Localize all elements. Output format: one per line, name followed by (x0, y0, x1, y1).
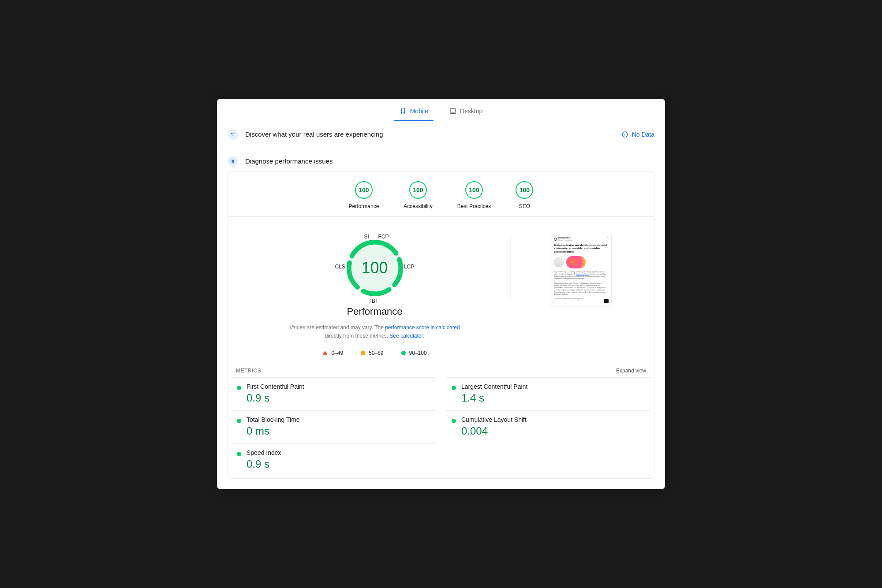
see-calculator-link[interactable]: See calculator (389, 333, 422, 339)
lab-section: Diagnose performance issues (217, 148, 665, 171)
score-accessibility[interactable]: 100 Accessibility (404, 181, 432, 209)
real-users-section: Discover what your real users are experi… (217, 121, 665, 148)
metric-name: Cumulative Layout Shift (461, 416, 646, 423)
metric-lcp: Largest Contentful Paint 1.4 s (446, 377, 650, 410)
legend-bad: 0–49 (322, 350, 343, 356)
info-icon (621, 131, 628, 138)
score-seo[interactable]: 100 SEO (516, 181, 533, 209)
score-label: SEO (519, 203, 530, 209)
pagespeed-report-window: Mobile Desktop Discover what your real u… (217, 99, 665, 489)
performance-gauge-panel: SI FCP CLS LCP TBT 100 Performance Value… (235, 233, 515, 356)
gauge-note: Values are estimated and may vary. The p… (287, 324, 463, 340)
svg-point-7 (232, 160, 234, 163)
preview-headline: Bridging design and development to build… (554, 244, 608, 254)
metric-name: First Contentful Paint (247, 383, 431, 390)
triangle-icon (322, 351, 328, 355)
metric-value: 0.004 (461, 425, 646, 437)
score-best-practices[interactable]: 100 Best Practices (457, 181, 491, 209)
performance-gauge: SI FCP CLS LCP TBT 100 (340, 233, 410, 303)
svg-rect-2 (450, 108, 456, 112)
mobile-icon (400, 108, 407, 115)
tab-desktop[interactable]: Desktop (444, 103, 488, 121)
metric-name: Speed Index (247, 449, 431, 456)
metric-value: 0 ms (247, 425, 431, 437)
preview-link: Machinery Partner (576, 273, 590, 275)
crux-icon (228, 129, 238, 140)
tab-mobile-label: Mobile (410, 108, 428, 115)
legend-label: 0–49 (331, 350, 343, 356)
preview-role: Design Technologist (558, 239, 572, 242)
preview-paragraph: Before joining Machinery Partner, I coll… (554, 283, 608, 296)
gauge-score: 100 (340, 233, 410, 303)
floating-button-icon (604, 299, 609, 303)
menu-icon (606, 236, 609, 238)
circle-icon (401, 351, 406, 355)
score-label: Best Practices (457, 203, 491, 209)
metrics-header: METRICS Expand view (228, 363, 654, 377)
device-tabs: Mobile Desktop (217, 99, 665, 121)
lab-title: Diagnose performance issues (245, 157, 654, 165)
tab-mobile[interactable]: Mobile (394, 103, 434, 121)
tab-desktop-label: Desktop (460, 108, 482, 115)
metric-cls: Cumulative Layout Shift 0.004 (446, 410, 650, 443)
score-performance[interactable]: 100 Performance (349, 181, 379, 209)
lighthouse-report: 100 Performance 100 Accessibility 100 Be… (228, 171, 654, 479)
metric-name: Total Blocking Time (247, 416, 431, 423)
legend-avg: 50–89 (361, 350, 383, 356)
svg-point-3 (231, 133, 233, 134)
desktop-icon (449, 108, 456, 115)
expand-view-button[interactable]: Expand view (616, 368, 646, 374)
gauge-note-text: . (423, 333, 424, 339)
score-circle: 100 (409, 181, 427, 199)
no-data-label: No Data (632, 131, 654, 138)
metric-value: 1.4 s (461, 392, 646, 404)
gauge-area: SI FCP CLS LCP TBT 100 Performance Value… (228, 217, 654, 363)
metric-fcp: First Contentful Paint 0.9 s (232, 377, 436, 410)
score-circle: 100 (516, 181, 533, 199)
real-users-title: Discover what your real users are experi… (245, 130, 614, 138)
hero-graphic-icon (566, 256, 586, 268)
score-circle: 100 (465, 181, 483, 199)
svg-point-1 (403, 112, 403, 113)
legend-good: 90–100 (401, 350, 427, 356)
preview-author: Batuck Barts (558, 237, 572, 239)
metric-name: Largest Contentful Paint (461, 383, 646, 390)
legend-label: 90–100 (409, 350, 427, 356)
score-circle: 100 (355, 181, 373, 199)
score-label: Accessibility (404, 203, 432, 209)
mobile-preview: Batuck Barts Design Technologist Bridgin… (550, 233, 612, 307)
no-data-link[interactable]: No Data (621, 131, 654, 138)
legend-label: 50–89 (369, 350, 383, 356)
metrics-title: METRICS (236, 368, 261, 374)
metric-value: 0.9 s (247, 458, 431, 470)
score-legend: 0–49 50–89 90–100 (322, 350, 426, 356)
metric-value: 0.9 s (247, 392, 431, 404)
category-scores: 100 Performance 100 Accessibility 100 Be… (228, 171, 654, 217)
preview-paragraph: Hey, I'm Bato 👋 — a design technologist … (554, 271, 608, 280)
score-label: Performance (349, 203, 379, 209)
svg-point-5 (232, 135, 233, 136)
preview-paragraph: I thrive at the intersection of design a… (554, 298, 608, 300)
gauge-note-text: directly from these metrics. (325, 333, 390, 339)
performance-score-link[interactable]: performance score is calculated (385, 324, 460, 331)
svg-point-4 (233, 133, 235, 134)
metric-tbt: Total Blocking Time 0 ms (232, 410, 436, 443)
avatar-icon (554, 257, 564, 267)
site-logo-icon (554, 238, 557, 241)
gauge-note-text: Values are estimated and may vary. The (289, 324, 385, 331)
metrics-grid: First Contentful Paint 0.9 s Largest Con… (228, 377, 654, 478)
lab-icon (228, 156, 238, 167)
page-screenshot-preview: Batuck Barts Design Technologist Bridgin… (515, 233, 647, 356)
gauge-title: Performance (347, 306, 403, 317)
square-icon (361, 351, 365, 355)
metric-si: Speed Index 0.9 s (232, 443, 436, 476)
